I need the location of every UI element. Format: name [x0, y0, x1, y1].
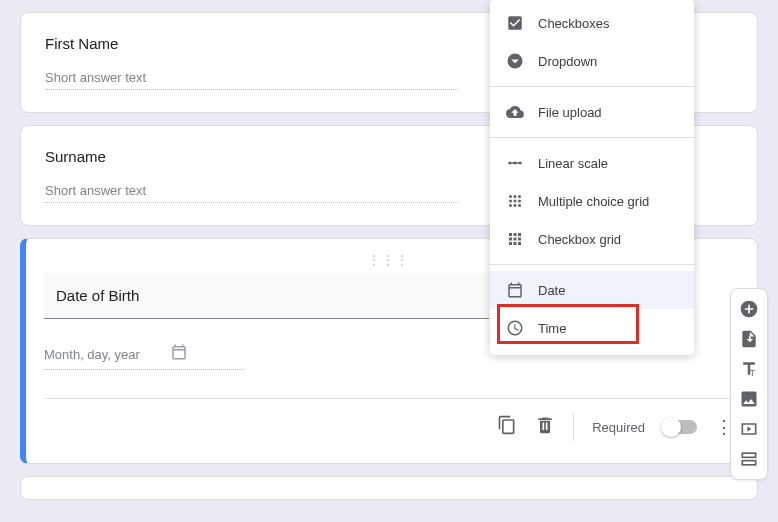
- svg-point-5: [509, 195, 512, 198]
- date-answer-field: Month, day, year: [44, 343, 244, 370]
- question-title-input[interactable]: [44, 273, 489, 319]
- menu-item-time[interactable]: Time: [490, 309, 694, 347]
- menu-separator: [490, 264, 694, 265]
- svg-rect-14: [509, 233, 512, 236]
- short-answer-placeholder: Short answer text: [45, 183, 458, 203]
- menu-item-file-upload[interactable]: File upload: [490, 93, 694, 131]
- svg-text:T: T: [750, 368, 755, 378]
- trash-icon[interactable]: [535, 415, 555, 439]
- date-placeholder: Month, day, year: [44, 347, 140, 362]
- menu-item-date[interactable]: Date: [490, 271, 694, 309]
- add-section-button[interactable]: [735, 445, 763, 473]
- menu-item-checkboxes[interactable]: Checkboxes: [490, 4, 694, 42]
- clock-icon: [506, 319, 524, 337]
- svg-point-13: [518, 204, 521, 207]
- menu-label: Date: [538, 283, 565, 298]
- svg-point-12: [514, 204, 517, 207]
- required-toggle[interactable]: [663, 420, 697, 434]
- question-card-next[interactable]: [20, 476, 758, 500]
- svg-rect-22: [518, 242, 521, 245]
- svg-rect-25: [742, 461, 755, 465]
- svg-rect-24: [742, 453, 755, 457]
- separator: [573, 413, 574, 441]
- dropdown-icon: [506, 52, 524, 70]
- import-questions-button[interactable]: [735, 325, 763, 353]
- copy-icon[interactable]: [497, 415, 517, 439]
- svg-rect-16: [518, 233, 521, 236]
- short-answer-placeholder: Short answer text: [45, 70, 458, 90]
- svg-point-11: [509, 204, 512, 207]
- svg-point-9: [514, 200, 517, 203]
- add-image-button[interactable]: [735, 385, 763, 413]
- svg-rect-19: [518, 238, 521, 241]
- menu-item-linear-scale[interactable]: Linear scale: [490, 144, 694, 182]
- svg-rect-18: [514, 238, 517, 241]
- menu-label: Linear scale: [538, 156, 608, 171]
- svg-point-7: [518, 195, 521, 198]
- add-title-button[interactable]: T: [735, 355, 763, 383]
- calendar-icon: [506, 281, 524, 299]
- menu-label: Dropdown: [538, 54, 597, 69]
- menu-label: Checkbox grid: [538, 232, 621, 247]
- menu-separator: [490, 137, 694, 138]
- svg-rect-20: [509, 242, 512, 245]
- cloud-upload-icon: [506, 103, 524, 121]
- svg-rect-21: [514, 242, 517, 245]
- add-video-button[interactable]: [735, 415, 763, 443]
- svg-point-6: [514, 195, 517, 198]
- dot-grid-icon: [506, 192, 524, 210]
- menu-item-checkbox-grid[interactable]: Checkbox grid: [490, 220, 694, 258]
- svg-rect-15: [514, 233, 517, 236]
- svg-rect-17: [509, 238, 512, 241]
- required-label: Required: [592, 420, 645, 435]
- menu-label: Multiple choice grid: [538, 194, 649, 209]
- menu-item-dropdown[interactable]: Dropdown: [490, 42, 694, 80]
- checkbox-icon: [506, 14, 524, 32]
- svg-point-10: [518, 200, 521, 203]
- question-type-menu: Checkboxes Dropdown File upload Linear s…: [490, 0, 694, 355]
- menu-item-multiple-choice-grid[interactable]: Multiple choice grid: [490, 182, 694, 220]
- menu-label: Time: [538, 321, 566, 336]
- menu-separator: [490, 86, 694, 87]
- add-question-button[interactable]: [735, 295, 763, 323]
- square-grid-icon: [506, 230, 524, 248]
- question-footer: Required ⋮: [44, 398, 733, 441]
- menu-label: File upload: [538, 105, 602, 120]
- svg-point-8: [509, 200, 512, 203]
- menu-label: Checkboxes: [538, 16, 610, 31]
- calendar-icon: [170, 343, 188, 365]
- side-toolbar: T: [730, 288, 768, 480]
- svg-rect-4: [510, 162, 521, 164]
- linear-scale-icon: [506, 154, 524, 172]
